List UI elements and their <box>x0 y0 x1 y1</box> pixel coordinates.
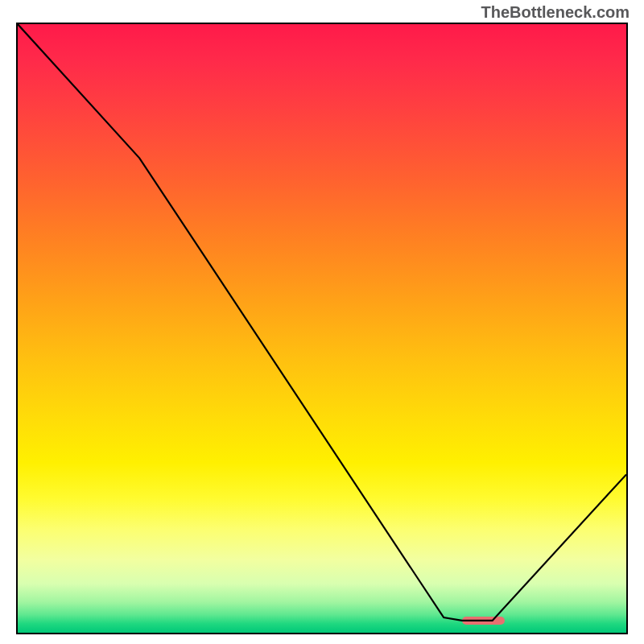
curve-svg <box>18 24 626 633</box>
chart-frame <box>16 23 628 634</box>
curve-line <box>18 24 626 621</box>
chart-container: TheBottleneck.com <box>0 0 644 644</box>
watermark-text: TheBottleneck.com <box>481 3 630 22</box>
